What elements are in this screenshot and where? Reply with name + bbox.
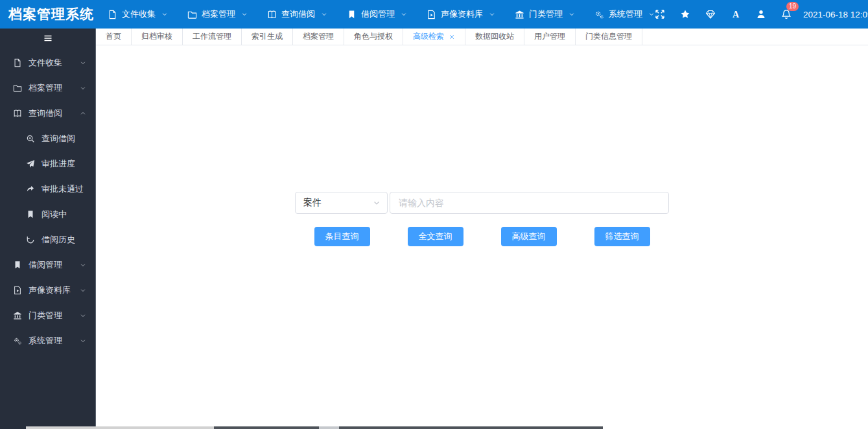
chevron-down-icon bbox=[373, 199, 381, 207]
doc-icon bbox=[108, 10, 117, 19]
chevron-down-icon bbox=[80, 85, 86, 91]
sidebar-subitem-reading[interactable]: 阅读中 bbox=[0, 202, 95, 227]
bell-icon[interactable]: 19 bbox=[781, 9, 792, 19]
folder-icon bbox=[187, 10, 197, 19]
datetime-display: 2021-06-18 12:09:38 bbox=[803, 10, 868, 19]
chevron-down-icon bbox=[161, 11, 168, 17]
gears-icon bbox=[13, 336, 22, 345]
media-icon bbox=[13, 286, 22, 295]
sidebar-item-label: 文件收集 bbox=[29, 57, 62, 69]
bookmark-icon bbox=[26, 210, 35, 219]
sidebar-item-label: 查询借阅 bbox=[29, 108, 62, 119]
sidebar-subitem-borrow-history[interactable]: 借阅历史 bbox=[0, 227, 95, 252]
hscrollbar-thumb[interactable] bbox=[339, 426, 603, 429]
sidebar-item-archive-management[interactable]: 档案管理 bbox=[0, 75, 95, 100]
tab-archive-review[interactable]: 归档审核 bbox=[132, 29, 183, 45]
hamburger-icon bbox=[43, 33, 53, 43]
nav-item-category-management[interactable]: 门类管理 bbox=[515, 8, 575, 20]
sidebar-item-label: 声像资料库 bbox=[29, 284, 71, 296]
media-icon bbox=[427, 10, 436, 19]
tab-category-info-management[interactable]: 门类信息管理 bbox=[576, 29, 642, 45]
chevron-down-icon bbox=[569, 11, 575, 17]
chevron-down-icon bbox=[321, 11, 327, 17]
main-content: 首页 归档审核 工作流管理 索引生成 档案管理 角色与授权 高级检索 数据回收站… bbox=[96, 29, 868, 429]
entry-query-button[interactable]: 条目查询 bbox=[314, 227, 370, 246]
chevron-down-icon bbox=[80, 338, 86, 344]
nav-item-file-collection[interactable]: 文件收集 bbox=[108, 8, 168, 20]
nav-item-borrow-management[interactable]: 借阅管理 bbox=[347, 8, 407, 20]
hscrollbar-track bbox=[26, 426, 214, 429]
nav-item-label: 档案管理 bbox=[202, 8, 235, 20]
bookmark-icon bbox=[347, 10, 357, 19]
tab-label: 索引生成 bbox=[252, 31, 283, 42]
book-icon bbox=[267, 10, 277, 19]
query-buttons-row: 条目查询 全文查询 高级查询 筛选查询 bbox=[96, 227, 868, 246]
tab-archive-management[interactable]: 档案管理 bbox=[293, 29, 344, 45]
sidebar-item-label: 门类管理 bbox=[29, 310, 62, 321]
category-select-value: 案件 bbox=[303, 197, 322, 209]
font-size-icon[interactable]: A bbox=[731, 9, 741, 19]
sidebar-item-label: 借阅管理 bbox=[29, 259, 62, 271]
tab-label: 门类信息管理 bbox=[585, 31, 632, 42]
sidebar-item-av-library[interactable]: 声像资料库 bbox=[0, 277, 95, 303]
doc-icon bbox=[13, 58, 22, 67]
sidebar-item-file-collection[interactable]: 文件收集 bbox=[0, 50, 95, 75]
tab-label: 高级检索 bbox=[413, 31, 444, 42]
tab-label: 档案管理 bbox=[303, 31, 334, 42]
tab-home[interactable]: 首页 bbox=[96, 29, 132, 45]
chevron-down-icon bbox=[80, 312, 86, 319]
tab-workflow-management[interactable]: 工作流管理 bbox=[183, 29, 242, 45]
star-icon[interactable] bbox=[680, 9, 690, 19]
sidebar-subitem-approval-progress[interactable]: 审批进度 bbox=[0, 151, 95, 176]
filter-query-button[interactable]: 筛选查询 bbox=[594, 227, 650, 246]
svg-text:A: A bbox=[733, 10, 740, 19]
user-icon[interactable] bbox=[756, 9, 766, 19]
nav-item-label: 声像资料库 bbox=[441, 8, 483, 20]
tab-label: 首页 bbox=[106, 31, 121, 42]
tab-close-icon[interactable] bbox=[449, 34, 455, 40]
sidebar-item-category-management[interactable]: 门类管理 bbox=[0, 303, 95, 328]
chevron-down-icon bbox=[80, 60, 86, 66]
book-icon bbox=[13, 109, 22, 118]
gem-icon[interactable] bbox=[705, 9, 716, 19]
top-nav: 文件收集 档案管理 查询借阅 借阅管理 声像资料库 门类管理 bbox=[108, 8, 655, 20]
category-select[interactable]: 案件 bbox=[295, 192, 388, 214]
notification-badge: 19 bbox=[786, 2, 799, 11]
nav-item-system-management[interactable]: 系统管理 bbox=[594, 8, 655, 20]
tab-roles-authorization[interactable]: 角色与授权 bbox=[344, 29, 403, 45]
header-quick-icons: A 19 bbox=[655, 9, 792, 19]
advanced-query-button[interactable]: 高级查询 bbox=[501, 227, 557, 246]
fullscreen-icon[interactable] bbox=[655, 9, 665, 19]
nav-item-label: 文件收集 bbox=[122, 8, 156, 20]
folder-icon bbox=[13, 84, 22, 93]
sidebar-collapse-button[interactable] bbox=[0, 30, 95, 47]
redo-arrow-icon bbox=[26, 185, 35, 194]
tab-user-management[interactable]: 用户管理 bbox=[524, 29, 576, 45]
tab-advanced-search[interactable]: 高级检索 bbox=[403, 29, 465, 45]
sidebar-subitem-label: 审批未通过 bbox=[41, 183, 84, 195]
sidebar-subitem-label: 借阅历史 bbox=[41, 234, 75, 246]
bookmark-icon bbox=[13, 261, 22, 270]
sidebar-subitem-approval-rejected[interactable]: 审批未通过 bbox=[0, 176, 95, 202]
fulltext-query-button[interactable]: 全文查询 bbox=[408, 227, 463, 246]
nav-item-archive-management[interactable]: 档案管理 bbox=[187, 8, 248, 20]
chevron-down-icon bbox=[241, 11, 248, 17]
nav-item-av-library[interactable]: 声像资料库 bbox=[427, 8, 495, 20]
sidebar-subitem-query-borrow[interactable]: 查询借阅 bbox=[0, 126, 95, 151]
bank-icon bbox=[515, 10, 524, 19]
search-row: 案件 bbox=[96, 192, 868, 214]
bank-icon bbox=[13, 311, 22, 320]
nav-item-label: 借阅管理 bbox=[361, 8, 395, 20]
search-input[interactable] bbox=[390, 192, 669, 214]
tab-index-generation[interactable]: 索引生成 bbox=[242, 29, 293, 45]
sidebar-item-system-management[interactable]: 系统管理 bbox=[0, 328, 95, 353]
sidebar-item-query-borrow[interactable]: 查询借阅 bbox=[0, 100, 95, 126]
tab-data-recycle-bin[interactable]: 数据回收站 bbox=[465, 29, 524, 45]
sidebar-item-borrow-management[interactable]: 借阅管理 bbox=[0, 252, 95, 277]
zoom-search-icon bbox=[26, 134, 35, 143]
sidebar: 文件收集 档案管理 查询借阅 查询借阅 审批进度 bbox=[0, 29, 96, 429]
hscrollbar-thumb[interactable] bbox=[214, 426, 319, 429]
nav-item-query-borrow[interactable]: 查询借阅 bbox=[267, 8, 327, 20]
top-header: 档案管理系统 文件收集 档案管理 查询借阅 借阅管理 声像资料库 bbox=[0, 0, 868, 29]
tab-label: 工作流管理 bbox=[193, 31, 231, 42]
